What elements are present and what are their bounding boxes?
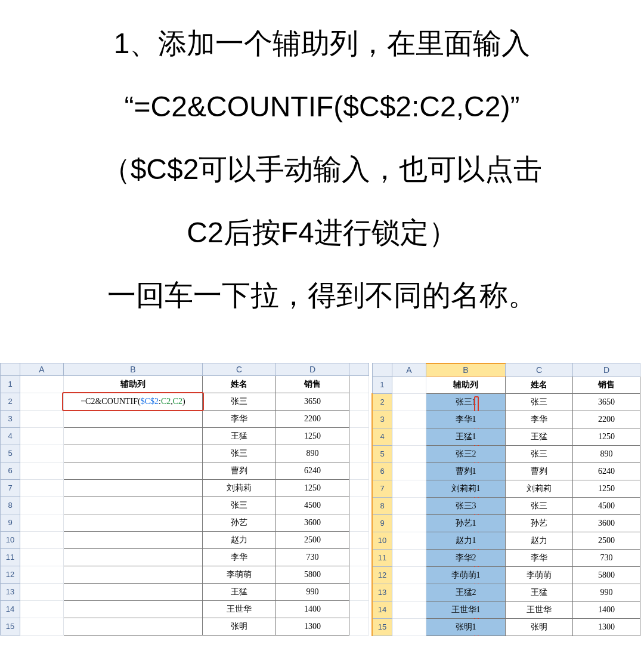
col-header-a[interactable]: A: [392, 363, 426, 377]
cell-name[interactable]: 曹刿: [203, 462, 276, 479]
cell-name[interactable]: 李华: [506, 411, 573, 428]
cell[interactable]: [20, 479, 64, 496]
col-header-b[interactable]: B: [426, 363, 506, 377]
cell-helper[interactable]: 赵力1: [426, 532, 506, 549]
header-helper[interactable]: 辅助列: [426, 376, 506, 393]
cell-sales[interactable]: 990: [573, 584, 640, 601]
cell-name[interactable]: 张明: [506, 618, 573, 636]
cell[interactable]: [392, 618, 426, 636]
cell-sales[interactable]: 6240: [573, 462, 640, 480]
cell[interactable]: [349, 427, 369, 445]
cell[interactable]: [20, 583, 64, 600]
col-header-d[interactable]: D: [276, 363, 349, 375]
row-header[interactable]: 10: [372, 532, 392, 549]
cell-sales[interactable]: 2200: [573, 411, 640, 428]
cell-helper[interactable]: 王猛2: [426, 584, 506, 601]
cell[interactable]: [20, 548, 64, 566]
header-name[interactable]: 姓名: [506, 376, 573, 393]
cell[interactable]: [392, 480, 426, 497]
cell-sales[interactable]: 1250: [276, 479, 349, 496]
cell-helper[interactable]: [64, 462, 203, 479]
cell-helper[interactable]: [64, 445, 203, 462]
cell-sales[interactable]: 3600: [276, 514, 349, 531]
row-header[interactable]: 8: [372, 497, 392, 514]
cell-helper[interactable]: 张明1: [426, 618, 506, 636]
cell-sales[interactable]: 1400: [276, 600, 349, 618]
cell-name[interactable]: 王世华: [506, 601, 573, 618]
cell-helper[interactable]: [64, 410, 203, 427]
cell-sales[interactable]: 1250: [573, 428, 640, 445]
cell[interactable]: [20, 566, 64, 583]
cell-helper[interactable]: 张三1: [426, 393, 506, 411]
cell-helper[interactable]: [64, 566, 203, 583]
row-header[interactable]: 1: [372, 376, 392, 393]
cell-name[interactable]: 李华: [203, 410, 276, 427]
cell-name[interactable]: 张三: [506, 497, 573, 514]
cell-name[interactable]: 王猛: [203, 427, 276, 445]
cell-helper[interactable]: [64, 600, 203, 618]
cell[interactable]: [349, 479, 369, 496]
cell-name[interactable]: 刘莉莉: [203, 479, 276, 496]
cell-sales[interactable]: 5800: [573, 566, 640, 584]
row-header[interactable]: 2: [372, 393, 392, 411]
cell-sales[interactable]: 890: [276, 445, 349, 462]
cell[interactable]: [392, 411, 426, 428]
cell-helper[interactable]: [64, 531, 203, 548]
cell[interactable]: [349, 548, 369, 566]
cell-name[interactable]: 王猛: [203, 583, 276, 600]
cell-helper[interactable]: [64, 514, 203, 531]
cell[interactable]: [392, 428, 426, 445]
cell-helper[interactable]: 刘莉莉1: [426, 480, 506, 497]
cell[interactable]: [349, 375, 369, 393]
cell[interactable]: [20, 600, 64, 618]
corner-cell[interactable]: [1, 363, 20, 375]
row-header[interactable]: 3: [372, 411, 392, 428]
row-header[interactable]: 12: [1, 566, 20, 583]
cell-helper[interactable]: 李华2: [426, 549, 506, 566]
cell[interactable]: [349, 583, 369, 600]
row-header[interactable]: 4: [1, 427, 20, 445]
cell-sales[interactable]: 990: [276, 583, 349, 600]
cell[interactable]: [20, 496, 64, 514]
row-header[interactable]: 15: [372, 618, 392, 636]
cell[interactable]: [349, 445, 369, 462]
cell-helper[interactable]: 王猛1: [426, 428, 506, 445]
row-header[interactable]: 15: [1, 618, 20, 635]
cell-sales[interactable]: 890: [573, 445, 640, 462]
row-header[interactable]: 10: [1, 531, 20, 548]
cell-name[interactable]: 赵力: [506, 532, 573, 549]
cell-sales[interactable]: 3600: [573, 514, 640, 532]
row-header[interactable]: 11: [372, 549, 392, 566]
row-header[interactable]: 13: [1, 583, 20, 600]
cell-name[interactable]: 孙艺: [506, 514, 573, 532]
cell-formula[interactable]: =C2&COUNTIF($C$2:C2,C2): [64, 393, 203, 410]
cell-name[interactable]: 李萌萌: [203, 566, 276, 583]
col-header-e[interactable]: [349, 363, 369, 375]
row-header[interactable]: 13: [372, 584, 392, 601]
cell[interactable]: [20, 531, 64, 548]
cell-name[interactable]: 李华: [203, 548, 276, 566]
cell[interactable]: [392, 376, 426, 393]
cell-helper[interactable]: [64, 548, 203, 566]
row-header[interactable]: 5: [1, 445, 20, 462]
cell[interactable]: [392, 462, 426, 480]
cell-helper[interactable]: [64, 479, 203, 496]
cell-helper[interactable]: 曹刿1: [426, 462, 506, 480]
row-header[interactable]: 3: [1, 410, 20, 427]
cell[interactable]: [20, 410, 64, 427]
cell[interactable]: [20, 375, 64, 393]
cell-helper[interactable]: 张三2: [426, 445, 506, 462]
cell-name[interactable]: 曹刿: [506, 462, 573, 480]
row-header[interactable]: 8: [1, 496, 20, 514]
cell-helper[interactable]: 孙艺1: [426, 514, 506, 532]
cell[interactable]: [349, 600, 369, 618]
row-header[interactable]: 12: [372, 566, 392, 584]
header-sales[interactable]: 销售: [276, 375, 349, 393]
row-header[interactable]: 1: [1, 375, 20, 393]
cell-sales[interactable]: 2500: [573, 532, 640, 549]
cell-helper[interactable]: [64, 427, 203, 445]
cell[interactable]: [392, 393, 426, 411]
row-header[interactable]: 6: [1, 462, 20, 479]
cell-name[interactable]: 张三: [506, 393, 573, 411]
cell-helper[interactable]: [64, 618, 203, 635]
